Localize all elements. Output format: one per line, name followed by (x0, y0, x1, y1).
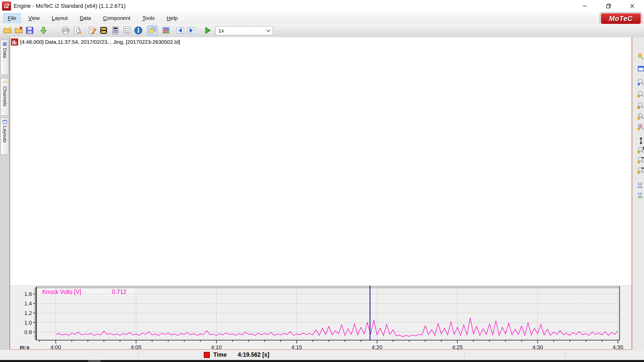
svg-text:abc: abc (638, 195, 643, 199)
time-label: Time (213, 351, 227, 358)
menu-item-component[interactable]: Component (99, 13, 135, 23)
x-tick-label: 4:25 (452, 344, 463, 349)
overlay-labels-icon[interactable]: 1.2abc (637, 192, 644, 199)
worksheet-canvas[interactable] (10, 47, 632, 285)
wave-icon (2, 80, 7, 85)
zoom-selection-icon[interactable] (637, 113, 644, 120)
x-tick-label: 4:00 (50, 344, 61, 349)
y-tick-label: 1.0 (24, 320, 32, 326)
x-tick-label: 4:20 (372, 344, 382, 349)
log-file-header: [4:48.000] Data,11:37:54, 2017/02/23, , … (10, 37, 632, 47)
close-button[interactable] (620, 0, 644, 12)
zoom-reset-icon[interactable] (637, 123, 644, 131)
zoom-cursor-icon[interactable] (637, 78, 644, 86)
y-tick-label: 1.6 (24, 291, 32, 297)
sidebar-tab-layouts[interactable]: Layouts (1, 118, 9, 155)
status-bar: Time 4:19.562 [s] (0, 350, 644, 360)
workbook-icon[interactable] (148, 26, 157, 35)
x-tick-label: 4:15 (291, 344, 302, 349)
knock-volts-graph[interactable]: 0.81.01.21.41.64:004:054:104:154:204:254… (10, 285, 632, 349)
ld-file-icon (11, 38, 18, 46)
zoom-in-icon[interactable] (637, 90, 644, 98)
time-value: 4:19.562 [s] (238, 351, 269, 358)
motec-logo: MoTeC (600, 13, 641, 25)
print-icon[interactable] (61, 26, 70, 35)
prev-lap-icon[interactable] (176, 26, 185, 35)
x-tick-label: 4:05 (131, 344, 141, 349)
channel-cursor-value: 0.712 (112, 289, 127, 295)
toolbar: 1x (0, 24, 644, 37)
knock-volts-plot[interactable]: 0.81.01.21.41.64:004:054:104:154:204:254… (10, 286, 632, 349)
workspace: DataChannelsLayouts [4:48.000] Data,11:3… (0, 37, 644, 350)
zoom-time-icon[interactable] (637, 167, 644, 174)
svg-text:1.2: 1.2 (638, 182, 642, 186)
chevron-down-icon (266, 29, 271, 32)
x-tick-label: 4:10 (211, 344, 222, 349)
y-tick-label: 1.4 (24, 300, 32, 307)
right-tool-strip: 1.23.41.2abc (632, 37, 644, 350)
knock-volts-trace (56, 318, 618, 337)
edit-details-icon[interactable] (88, 26, 97, 35)
x-tick-label: 4:35 (613, 344, 623, 349)
left-tab-strip: DataChannelsLayouts (0, 37, 10, 350)
playback-speed-select[interactable]: 1x (216, 26, 273, 35)
menu-item-layout[interactable]: Layout (48, 13, 72, 23)
print-preview-icon[interactable] (73, 26, 82, 35)
info-icon[interactable] (134, 26, 143, 35)
bottom-edge (0, 360, 644, 362)
window-title: Engine - MoTeC i2 Standard (x64) (1.1.2.… (14, 3, 126, 9)
sidebar-tab-data[interactable]: Data (1, 40, 9, 75)
fit-vertical-icon[interactable] (637, 137, 644, 145)
channel-label: Knock Volts [V] (42, 289, 81, 295)
svg-text:1.2: 1.2 (638, 192, 642, 196)
properties-icon[interactable] (123, 26, 132, 35)
display-settings-icon[interactable] (637, 53, 644, 60)
worksheet-grid-icon[interactable] (162, 26, 171, 35)
full-screen-icon[interactable] (637, 65, 644, 72)
menu-item-view[interactable]: View (24, 13, 44, 23)
x-axis-unit: m:s (20, 344, 29, 349)
worksheet-area: [4:48.000] Data,11:37:54, 2017/02/23, , … (10, 37, 632, 350)
time-marker-icon (204, 352, 210, 358)
close-file-icon[interactable] (14, 26, 23, 35)
y-tick-label: 1.2 (24, 310, 32, 316)
zoom-vertical-icon[interactable] (637, 146, 644, 154)
y-tick-label: 0.8 (24, 329, 32, 335)
playback-speed-value: 1x (218, 28, 224, 34)
zoom-out-icon[interactable] (637, 102, 644, 109)
menu-item-file[interactable]: File (4, 13, 21, 23)
import-icon[interactable] (39, 26, 48, 35)
restore-button[interactable] (597, 0, 620, 12)
zoom-horizontal-icon[interactable] (637, 156, 644, 164)
x-tick-label: 4:30 (532, 344, 543, 349)
video-icon[interactable] (99, 26, 108, 35)
minimize-button[interactable] (573, 0, 597, 12)
svg-text:3.4: 3.4 (638, 185, 642, 189)
app-icon: i2 (2, 2, 11, 11)
menu-item-help[interactable]: Help (163, 13, 182, 23)
window-icon (2, 119, 7, 124)
menu-item-data[interactable]: Data (75, 13, 95, 23)
maths-icon[interactable] (111, 26, 120, 35)
play-icon[interactable] (203, 26, 212, 35)
sidebar-tab-channels[interactable]: Channels (1, 78, 9, 116)
title-bar: i2 Engine - MoTeC i2 Standard (x64) (1.1… (0, 0, 644, 12)
menu-item-tools[interactable]: Tools (138, 13, 159, 23)
value-labels-icon[interactable]: 1.23.4 (637, 182, 644, 189)
save-icon[interactable] (25, 26, 34, 35)
menu-bar: FileViewLayoutDataComponentToolsHelp MoT… (0, 12, 644, 24)
next-lap-icon[interactable] (187, 26, 196, 35)
cursor-time-status: Time 4:19.562 [s] (204, 350, 269, 360)
table-icon (2, 41, 7, 47)
log-file-text: [4:48.000] Data,11:37:54, 2017/02/23, , … (20, 39, 180, 45)
open-file-icon[interactable] (3, 26, 12, 35)
